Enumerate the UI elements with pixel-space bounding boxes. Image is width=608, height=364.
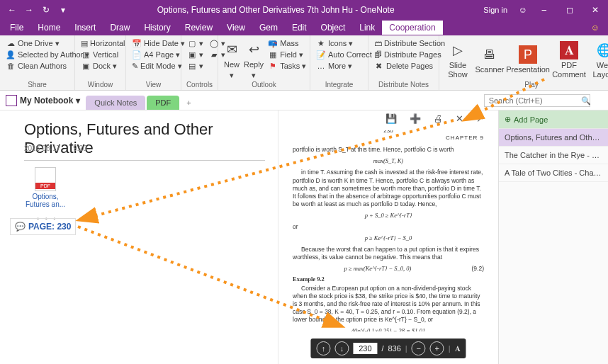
group-controls-label: Controls — [186, 81, 213, 90]
control-5[interactable]: ▤▾ — [186, 60, 205, 72]
dock-button[interactable]: ▣Dock▾ — [79, 60, 121, 72]
pdf-page-number: 230 — [383, 130, 393, 135]
page-list-sidebar: ⊕Add Page Options, Futures and Other Der… — [498, 110, 608, 364]
menu-object[interactable]: Object — [314, 21, 353, 35]
scanner-icon: 🖶 — [480, 45, 499, 64]
menu-file[interactable]: File — [3, 21, 30, 35]
add-section-button[interactable]: + — [181, 96, 196, 110]
presentation-button[interactable]: PPresentation — [507, 38, 548, 81]
pdf-nav-bar: ↑ ↓ / 836 | − + | 𝐀 — [310, 339, 466, 358]
menu-history[interactable]: History — [137, 21, 177, 35]
pdf-attachment-name: Options, Futures an... — [24, 193, 67, 208]
pdf-adobe-icon[interactable]: 𝐀 — [455, 344, 461, 353]
pdf-page-total: 836 — [388, 344, 400, 353]
menu-view[interactable]: View — [220, 21, 252, 35]
group-view-label: View — [130, 81, 176, 90]
pdf-expand-icon[interactable]: ↗ — [476, 113, 484, 124]
scanner-button[interactable]: 🖶Scanner — [475, 38, 505, 81]
close-button[interactable]: ✕ — [582, 5, 608, 15]
pdf-attachment[interactable]: Options, Futures an... — [24, 167, 67, 208]
flag-icon: ⚑ — [268, 61, 278, 71]
pdf-zoom-in-button[interactable]: + — [430, 341, 444, 356]
pdf-print-icon[interactable]: 🖨 — [434, 113, 443, 124]
auto-correct-button[interactable]: 📝Auto Correct — [315, 49, 364, 60]
menu-edit[interactable]: Edit — [285, 21, 314, 35]
pdf-page-content[interactable]: 230 CHAPTER 9 portfolio is worth S_T at … — [283, 130, 494, 331]
distribute-section-button[interactable]: 🗃Distribute Section — [373, 38, 434, 49]
tasks-button[interactable]: ⚑Tasks▾ — [266, 60, 308, 72]
cloud-icon: ☁ — [6, 38, 16, 48]
pdf-comment-button[interactable]: 𝐀PDF Comment — [551, 38, 587, 81]
vertical-icon: ▥ — [81, 50, 91, 59]
account-icon[interactable]: ☺ — [514, 5, 531, 15]
clean-authors-button[interactable]: 🗑Clean Authors — [4, 60, 70, 72]
menu-cooperation[interactable]: Cooperation — [382, 21, 442, 35]
reply-icon: ↩ — [244, 40, 263, 59]
search-input[interactable] — [484, 94, 590, 107]
slide-show-button[interactable]: ▷Slide Show — [444, 38, 472, 81]
pdf-close-icon[interactable]: ✕ — [456, 113, 463, 124]
back-icon[interactable]: ← — [6, 5, 18, 15]
page-list-item[interactable]: A Tale of Two Cities - Charles Dic — [499, 164, 608, 182]
pdf-add-comment-icon[interactable]: ➕ — [410, 113, 421, 124]
minimize-button[interactable]: ‒ — [531, 5, 557, 15]
page-list-item[interactable]: The Catcher in the Rye - J.D. Salin — [499, 147, 608, 164]
reply-button[interactable]: ↩Reply▾ — [244, 38, 264, 81]
forward-icon[interactable]: → — [23, 5, 35, 15]
page-icon: 📄 — [132, 50, 142, 59]
field-button[interactable]: ▦Field▾ — [266, 49, 308, 60]
page-indicator-note[interactable]: 💬PAGE: 230 — [10, 218, 76, 235]
maximize-button[interactable]: ◻ — [557, 5, 582, 15]
pdf-page-down-button[interactable]: ↓ — [334, 341, 349, 356]
calendar-icon: 📅 — [132, 38, 142, 48]
onedrive-button[interactable]: ☁One Drive▾ — [4, 38, 70, 49]
hide-date-button[interactable]: 📅Hide Date▾ — [130, 38, 176, 49]
control-1[interactable]: ▢▾ — [186, 38, 205, 49]
refresh-icon[interactable]: ↻ — [40, 5, 52, 15]
qat-dropdown[interactable]: ▾ — [57, 5, 69, 15]
page-list-item[interactable]: Options, Futures and Other Deriva — [499, 129, 608, 147]
pdf-viewer: 💾 ➕ 🖨 ✕ ↗ 230 CHAPTER 9 portfolio is wor… — [278, 110, 498, 364]
notebook-selector[interactable]: My Notebook▾ — [0, 95, 86, 106]
search-icon[interactable]: 🔍 — [581, 96, 591, 105]
mass-icon: 📪 — [268, 38, 278, 48]
notebook-icon — [6, 95, 17, 106]
horizontal-button[interactable]: ▤Horizontal — [79, 38, 121, 49]
a4-page-button[interactable]: 📄A4 Page▾ — [130, 49, 176, 60]
delete-pages-button[interactable]: ✖Delete Pages — [373, 60, 434, 72]
page-canvas[interactable]: Options, Futures and Other Derivative 20… — [0, 110, 498, 364]
new-mail-button[interactable]: ✉New▾ — [223, 38, 241, 81]
web-layout-button[interactable]: 🌐Web Layout — [590, 38, 608, 81]
page-title[interactable]: Options, Futures and Other Derivative — [24, 120, 265, 161]
icons-button[interactable]: ★Icons▾ — [315, 38, 364, 49]
distribute-pages-button[interactable]: 🗐Distribute Pages — [373, 49, 434, 60]
menu-insert[interactable]: Insert — [67, 21, 103, 35]
edit-mode-button[interactable]: ✎Edit Mode▾ — [130, 60, 176, 72]
tab-pdf[interactable]: PDF — [147, 96, 179, 110]
pdf-page-input[interactable] — [353, 343, 377, 354]
menu-gem[interactable]: Gem — [252, 21, 285, 35]
pdf-page-up-button[interactable]: ↑ — [316, 341, 330, 356]
notebook-bar: My Notebook▾ Quick Notes PDF + 🔍 — [0, 91, 608, 110]
control-3[interactable]: ▣▾ — [186, 49, 205, 60]
mass-button[interactable]: 📪Mass — [266, 38, 308, 49]
menu-draw[interactable]: Draw — [103, 21, 137, 35]
menu-link[interactable]: Link — [352, 21, 382, 35]
add-page-button[interactable]: ⊕Add Page — [499, 110, 608, 129]
field-icon: ▦ — [268, 50, 278, 59]
sign-in-link[interactable]: Sign in — [476, 6, 514, 14]
pdf-save-icon[interactable]: 💾 — [385, 113, 397, 124]
titlebar: ← → ↻ ▾ Options, Futures and Other Deriv… — [0, 0, 608, 20]
menu-review[interactable]: Review — [178, 21, 220, 35]
powerpoint-icon: P — [519, 45, 537, 64]
pdf-file-icon — [35, 167, 56, 191]
group-distribute-label: Distribute Notes — [373, 81, 434, 90]
abc-icon: 📝 — [316, 50, 326, 59]
selected-by-author-button[interactable]: 👤Selected by Author▾ — [4, 49, 70, 60]
tab-quick-notes[interactable]: Quick Notes — [86, 96, 145, 110]
pdf-zoom-out-button[interactable]: − — [412, 341, 426, 356]
smile-icon[interactable]: ☺ — [591, 23, 605, 33]
vertical-button[interactable]: ▥Vertical — [79, 49, 121, 60]
more-button[interactable]: …More▾ — [315, 60, 364, 72]
menu-home[interactable]: Home — [30, 21, 67, 35]
